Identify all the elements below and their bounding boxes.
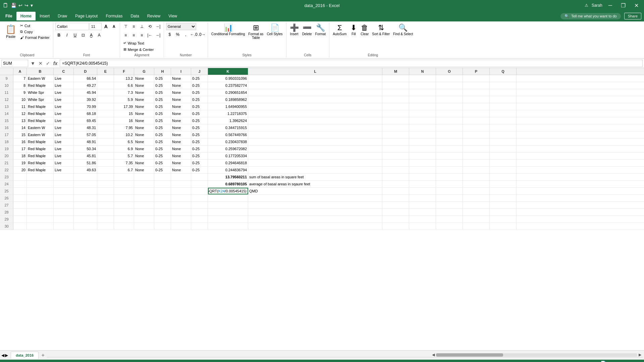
row-number[interactable]: 29 bbox=[0, 216, 13, 223]
cell-h[interactable]: 0-25 bbox=[154, 117, 171, 124]
cell-m[interactable] bbox=[382, 75, 409, 82]
cell-p[interactable] bbox=[463, 216, 490, 223]
cell-q[interactable] bbox=[490, 103, 517, 110]
cell-f[interactable] bbox=[114, 195, 134, 201]
redo-icon[interactable]: ↪ bbox=[24, 3, 29, 8]
cell-b[interactable]: White Spr bbox=[27, 89, 54, 96]
cell-m[interactable] bbox=[382, 89, 409, 96]
cell-b[interactable] bbox=[27, 195, 54, 201]
cell-e[interactable] bbox=[97, 160, 114, 166]
cell-i[interactable]: None bbox=[171, 138, 191, 145]
cell-c[interactable]: Live bbox=[54, 75, 74, 82]
cell-q[interactable] bbox=[490, 131, 517, 138]
cell-a[interactable]: 13 bbox=[13, 117, 27, 124]
add-sheet-button[interactable]: + bbox=[39, 352, 47, 359]
format-as-table-button[interactable]: ⊞ Format as Table bbox=[247, 23, 265, 40]
col-header-c[interactable]: C bbox=[54, 68, 74, 75]
cell-k[interactable]: 0.689780105 bbox=[208, 181, 248, 187]
cell-b[interactable]: Red Maple bbox=[27, 160, 54, 166]
cell-c[interactable]: Live bbox=[54, 117, 74, 124]
tab-review[interactable]: Review bbox=[143, 12, 164, 20]
cell-a[interactable] bbox=[13, 209, 27, 216]
cell-n[interactable] bbox=[409, 188, 436, 194]
cell-q[interactable] bbox=[490, 145, 517, 152]
cell-l[interactable] bbox=[248, 117, 382, 124]
col-header-l[interactable]: L bbox=[248, 68, 382, 75]
cell-g[interactable]: None bbox=[134, 89, 154, 96]
cell-h[interactable]: 0-25 bbox=[154, 89, 171, 96]
cell-l[interactable]: average of basal areas in sqaure feet bbox=[248, 181, 382, 187]
cell-e[interactable] bbox=[97, 181, 114, 187]
cell-h[interactable]: 0-25 bbox=[154, 103, 171, 110]
row-number[interactable]: 22 bbox=[0, 167, 13, 173]
cell-i[interactable] bbox=[171, 209, 191, 216]
row-number[interactable]: 16 bbox=[0, 124, 13, 131]
cell-b[interactable] bbox=[27, 174, 54, 180]
cell-f[interactable]: 5.9 bbox=[114, 96, 134, 103]
currency-button[interactable]: $ bbox=[166, 31, 173, 38]
cell-m[interactable] bbox=[382, 153, 409, 159]
cell-p[interactable] bbox=[463, 117, 490, 124]
cell-e[interactable] bbox=[97, 96, 114, 103]
cell-o[interactable] bbox=[436, 145, 463, 152]
cell-c[interactable] bbox=[54, 223, 74, 230]
cell-d[interactable]: 70.99 bbox=[74, 103, 97, 110]
cell-p[interactable] bbox=[463, 110, 490, 117]
cell-h[interactable] bbox=[154, 209, 171, 216]
cell-i[interactable]: None bbox=[171, 167, 191, 173]
fill-color-button[interactable]: A̲ bbox=[88, 32, 95, 39]
cell-q[interactable] bbox=[490, 117, 517, 124]
decrease-font-button[interactable]: A bbox=[110, 23, 118, 30]
cell-c[interactable] bbox=[54, 181, 74, 187]
cell-f[interactable]: 16 bbox=[114, 117, 134, 124]
cell-b[interactable] bbox=[27, 216, 54, 223]
cell-p[interactable] bbox=[463, 82, 490, 89]
paste-button[interactable]: 📋 Paste bbox=[3, 23, 18, 40]
cell-n[interactable] bbox=[409, 181, 436, 187]
cell-p[interactable] bbox=[463, 138, 490, 145]
restore-button[interactable]: ❒ bbox=[618, 2, 628, 9]
cell-m[interactable] bbox=[382, 181, 409, 187]
cell-k[interactable]: 0.950331096 bbox=[208, 75, 248, 82]
undo-icon[interactable]: ↩ bbox=[18, 3, 22, 8]
cell-e[interactable] bbox=[97, 110, 114, 117]
cell-q[interactable] bbox=[490, 153, 517, 159]
cell-e[interactable] bbox=[97, 145, 114, 152]
cell-k[interactable]: 1.3962624 bbox=[208, 117, 248, 124]
col-header-d[interactable]: D bbox=[74, 68, 97, 75]
cell-m[interactable] bbox=[382, 131, 409, 138]
cell-a[interactable] bbox=[13, 202, 27, 208]
cell-p[interactable] bbox=[463, 96, 490, 103]
col-header-q[interactable]: Q bbox=[490, 68, 517, 75]
align-right-button[interactable]: ≡ bbox=[138, 32, 146, 39]
row-number[interactable]: 21 bbox=[0, 160, 13, 166]
col-header-a[interactable]: A bbox=[13, 68, 27, 75]
cell-g[interactable]: None bbox=[134, 138, 154, 145]
cell-o[interactable] bbox=[436, 124, 463, 131]
cell-b[interactable]: Eastern W bbox=[27, 131, 54, 138]
cell-n[interactable] bbox=[409, 174, 436, 180]
cell-m[interactable] bbox=[382, 103, 409, 110]
cell-i[interactable] bbox=[171, 195, 191, 201]
row-number[interactable]: 30 bbox=[0, 223, 13, 230]
cell-d[interactable]: 51.86 bbox=[74, 160, 97, 166]
cell-h[interactable]: 0-25 bbox=[154, 96, 171, 103]
comma-button[interactable]: , bbox=[182, 31, 190, 38]
cell-n[interactable] bbox=[409, 160, 436, 166]
next-sheet-button[interactable]: ▶ bbox=[5, 353, 8, 358]
cell-c[interactable]: Live bbox=[54, 103, 74, 110]
cell-b[interactable] bbox=[27, 188, 54, 194]
cell-n[interactable] bbox=[409, 138, 436, 145]
cell-i[interactable]: None bbox=[171, 103, 191, 110]
cell-q[interactable] bbox=[490, 202, 517, 208]
cell-b[interactable]: Red Maple bbox=[27, 153, 54, 159]
format-painter-button[interactable]: 🖌 Format Painter bbox=[19, 35, 51, 40]
cell-h[interactable] bbox=[154, 216, 171, 223]
cell-e[interactable] bbox=[97, 103, 114, 110]
cell-o[interactable] bbox=[436, 82, 463, 89]
cell-d[interactable]: 57.05 bbox=[74, 131, 97, 138]
cell-q[interactable] bbox=[490, 82, 517, 89]
row-number[interactable]: 9 bbox=[0, 75, 13, 82]
cell-j[interactable]: 0-25 bbox=[191, 110, 208, 117]
cell-j[interactable] bbox=[191, 195, 208, 201]
